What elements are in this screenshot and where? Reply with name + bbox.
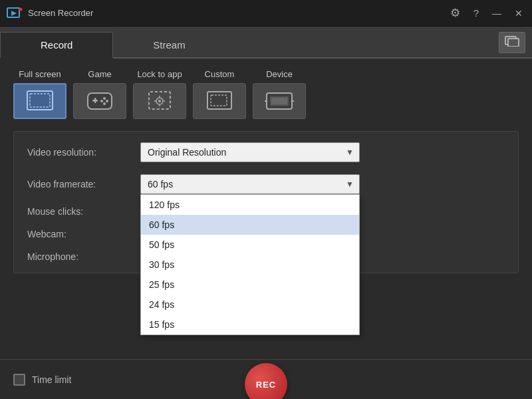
- mode-game[interactable]: Game: [73, 69, 126, 119]
- svg-point-13: [103, 102, 106, 105]
- video-resolution-dropdown[interactable]: Original Resolution ▼: [140, 142, 360, 162]
- mode-fullscreen-btn[interactable]: [13, 83, 66, 119]
- svg-point-12: [100, 100, 103, 102]
- main-content: Full screen Game: [0, 59, 532, 284]
- svg-point-1: [19, 7, 23, 11]
- video-framerate-control: 60 fps ▼ 120 fps 60 fps 50 fps 30 fps 25…: [140, 174, 505, 194]
- video-resolution-control: Original Resolution ▼: [140, 142, 505, 162]
- svg-point-11: [106, 100, 108, 102]
- minimize-button[interactable]: —: [489, 7, 504, 20]
- svg-marker-2: [11, 11, 17, 16]
- tab-icon-button[interactable]: [499, 32, 525, 53]
- tab-bar: Record Stream: [0, 27, 532, 59]
- svg-rect-21: [207, 92, 231, 109]
- framerate-dropdown-menu: 120 fps 60 fps 50 fps 30 fps 25 fps 24 f…: [140, 194, 360, 335]
- app-icon: [7, 7, 23, 19]
- svg-point-10: [103, 97, 106, 100]
- fps-24-option[interactable]: 24 fps: [141, 295, 359, 315]
- video-resolution-row: Video resolution: Original Resolution ▼: [27, 142, 505, 162]
- gear-button[interactable]: ⚙: [448, 5, 463, 21]
- video-framerate-dropdown[interactable]: 60 fps ▼: [140, 174, 360, 194]
- dropdown-arrow-icon: ▼: [346, 148, 354, 157]
- fps-15-option[interactable]: 15 fps: [141, 315, 359, 334]
- help-button[interactable]: ?: [471, 6, 481, 20]
- window-controls: ⚙ ? — ✕: [448, 5, 525, 21]
- svg-rect-9: [94, 98, 96, 103]
- mode-locktoapp-btn[interactable]: [133, 83, 186, 119]
- svg-point-20: [158, 100, 161, 102]
- close-button[interactable]: ✕: [512, 7, 525, 20]
- dropdown-arrow-fps-icon: ▼: [346, 180, 354, 189]
- time-limit-row: Time limit: [13, 374, 71, 386]
- video-framerate-label: Video framerate:: [27, 179, 140, 190]
- webcam-label: Webcam:: [27, 229, 140, 239]
- settings-panel: Video resolution: Original Resolution ▼ …: [13, 131, 519, 273]
- time-limit-checkbox[interactable]: [13, 374, 25, 386]
- mode-custom[interactable]: Custom: [193, 69, 246, 119]
- mode-custom-btn[interactable]: [193, 83, 246, 119]
- fps-60-option[interactable]: 60 fps: [141, 215, 359, 235]
- microphone-label: Microphone:: [27, 251, 140, 262]
- tab-stream[interactable]: Stream: [113, 32, 225, 57]
- mode-device-btn[interactable]: [253, 83, 306, 119]
- capture-modes: Full screen Game: [13, 69, 519, 119]
- title-bar: Screen Recorder ⚙ ? — ✕: [0, 0, 532, 27]
- fps-120-option[interactable]: 120 fps: [141, 195, 359, 215]
- tab-record[interactable]: Record: [0, 32, 113, 59]
- fps-25-option[interactable]: 25 fps: [141, 275, 359, 295]
- svg-rect-4: [508, 39, 519, 47]
- video-resolution-label: Video resolution:: [27, 147, 140, 158]
- time-limit-label: Time limit: [32, 374, 71, 385]
- app-title: Screen Recorder: [28, 8, 448, 18]
- mode-game-btn[interactable]: [73, 83, 126, 119]
- svg-rect-25: [271, 98, 287, 104]
- rec-button[interactable]: REC: [245, 363, 287, 399]
- mode-device[interactable]: Device: [253, 69, 306, 119]
- bottom-bar: Time limit REC: [0, 359, 532, 399]
- mode-locktoapp[interactable]: Lock to app: [133, 69, 186, 119]
- mouse-clicks-label: Mouse clicks:: [27, 206, 140, 217]
- fps-30-option[interactable]: 30 fps: [141, 255, 359, 275]
- mode-fullscreen[interactable]: Full screen: [13, 69, 66, 119]
- fps-50-option[interactable]: 50 fps: [141, 235, 359, 255]
- video-framerate-row: Video framerate: 60 fps ▼ 120 fps 60 fps…: [27, 174, 505, 194]
